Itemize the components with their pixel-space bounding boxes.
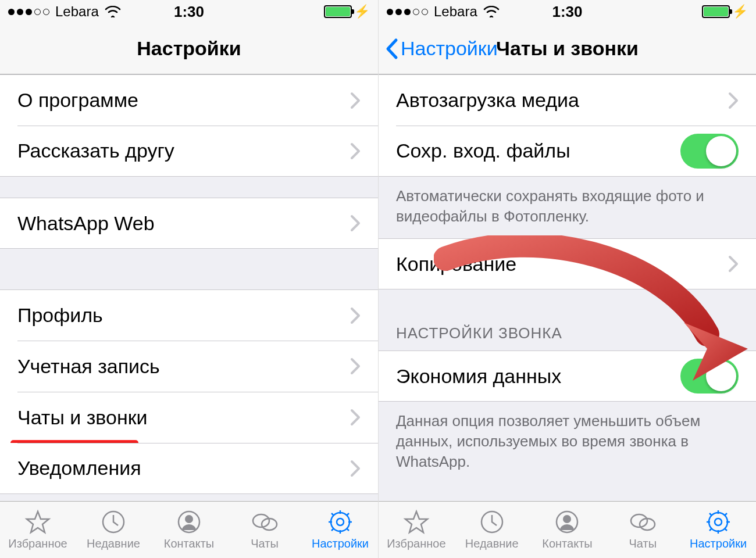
tab-contacts[interactable]: Контакты [530, 502, 605, 558]
tab-favorites[interactable]: Избранное [379, 502, 454, 558]
row-account[interactable]: Учетная запись [0, 341, 378, 392]
navbar: Настройки [0, 23, 378, 74]
svg-line-32 [709, 528, 712, 531]
wifi-icon [483, 6, 500, 17]
tab-chats[interactable]: Чаты [227, 502, 302, 558]
chevron-right-icon [350, 214, 361, 232]
row-low-data[interactable]: Экономия данных [379, 350, 756, 402]
row-about[interactable]: О программе [0, 74, 378, 126]
tab-recents[interactable]: Недавние [454, 502, 530, 558]
row-label: О программе [17, 89, 138, 112]
clock: 1:30 [174, 3, 204, 21]
row-label: Экономия данных [396, 365, 561, 388]
tab-settings[interactable]: Настройки [680, 502, 756, 558]
tab-chats[interactable]: Чаты [605, 502, 680, 558]
chevron-right-icon [350, 409, 361, 426]
row-tell-friend[interactable]: Рассказать другу [0, 126, 378, 177]
tab-contacts[interactable]: Контакты [151, 502, 227, 558]
svg-point-7 [337, 518, 344, 525]
row-auto-download[interactable]: Автозагрузка медиа [379, 74, 756, 126]
row-chats-calls[interactable]: Чаты и звонки [0, 392, 378, 443]
row-label: Чаты и звонки [17, 406, 148, 429]
svg-marker-0 [27, 512, 49, 532]
row-label: Рассказать другу [17, 140, 174, 162]
row-label: Профиль [17, 304, 103, 327]
tab-label: Настройки [312, 537, 369, 550]
footer-low-data: Данная опция позволяет уменьшить объем д… [379, 402, 756, 484]
tab-label: Избранное [387, 537, 445, 550]
status-left: Lebara [8, 3, 121, 20]
tab-label: Недавние [87, 537, 140, 550]
status-bar: Lebara 1:30 ⚡ [379, 0, 756, 23]
wifi-icon [105, 6, 121, 17]
row-label: Автозагрузка медиа [396, 89, 579, 112]
row-save-incoming[interactable]: Сохр. вход. файлы [379, 126, 756, 177]
battery-icon [324, 5, 352, 18]
row-profile[interactable]: Профиль [0, 289, 378, 341]
svg-line-30 [725, 528, 727, 531]
row-label: Сохр. вход. файлы [396, 140, 570, 162]
tab-bar: Избранное Недавние Контакты Чаты Настрой… [0, 501, 378, 558]
chevron-right-icon [350, 357, 361, 375]
settings-list: О программе Рассказать другу WhatsApp We… [0, 74, 378, 501]
tab-bar: Избранное Недавние Контакты Чаты Настрой… [379, 501, 756, 558]
chats-calls-list: Автозагрузка медиа Сохр. вход. файлы Авт… [379, 74, 756, 501]
carrier-label: Lebara [434, 3, 477, 20]
back-button[interactable]: Настройки [384, 37, 498, 60]
charging-icon: ⚡ [354, 4, 370, 19]
tab-label: Чаты [629, 537, 657, 550]
row-whatsapp-web[interactable]: WhatsApp Web [0, 198, 378, 249]
tab-label: Настройки [690, 537, 747, 550]
tab-label: Чаты [251, 537, 279, 550]
svg-point-20 [563, 515, 571, 523]
svg-line-13 [347, 528, 349, 531]
footer-save-incoming: Автоматически сохранять входящие фото и … [379, 177, 756, 238]
tab-settings[interactable]: Настройки [302, 502, 378, 558]
chevron-right-icon [350, 460, 361, 477]
chevron-right-icon [728, 92, 739, 109]
navbar: Настройки Чаты и звонки [379, 23, 756, 74]
signal-dots-icon [8, 9, 49, 15]
svg-line-29 [709, 513, 712, 516]
tab-label: Контакты [542, 537, 592, 550]
status-bar: Lebara 1:30 ⚡ [0, 0, 378, 23]
svg-point-3 [185, 515, 193, 523]
row-label: Учетная запись [17, 355, 160, 378]
status-right: ⚡ [324, 4, 370, 19]
tab-label: Контакты [164, 537, 214, 550]
signal-dots-icon [387, 9, 428, 15]
screen-settings: Lebara 1:30 ⚡ Настройки О программе Расс… [0, 0, 378, 558]
row-backup[interactable]: Копирование [379, 238, 756, 289]
battery-icon [702, 5, 730, 18]
chevron-right-icon [350, 307, 361, 324]
row-notifications[interactable]: Уведомления [0, 443, 378, 494]
tab-label: Избранное [8, 537, 67, 550]
nav-title: Настройки [137, 37, 241, 60]
carrier-label: Lebara [55, 3, 99, 20]
svg-line-15 [331, 528, 334, 531]
row-label: WhatsApp Web [17, 212, 155, 235]
svg-line-12 [331, 513, 334, 516]
status-right: ⚡ [702, 4, 748, 19]
svg-point-24 [715, 518, 722, 525]
screen-chats-calls: Lebara 1:30 ⚡ Настройки Чаты и звонки Ав… [378, 0, 756, 558]
charging-icon: ⚡ [732, 4, 748, 19]
row-label: Уведомления [17, 457, 141, 480]
back-label: Настройки [401, 37, 498, 60]
clock: 1:30 [552, 3, 582, 21]
nav-title: Чаты и звонки [496, 37, 639, 60]
chevron-right-icon [350, 142, 361, 160]
tab-label: Недавние [465, 537, 519, 550]
header-call-settings: НАСТРОЙКИ ЗВОНКА [379, 289, 756, 350]
svg-marker-17 [405, 512, 427, 532]
svg-line-14 [347, 513, 349, 516]
tab-favorites[interactable]: Избранное [0, 502, 76, 558]
status-left: Lebara [387, 3, 500, 20]
toggle-save-incoming[interactable] [680, 134, 739, 169]
tab-recents[interactable]: Недавние [76, 502, 151, 558]
chevron-right-icon [350, 92, 361, 109]
chevron-right-icon [728, 255, 739, 273]
row-label: Копирование [396, 253, 516, 276]
toggle-low-data[interactable] [680, 359, 739, 394]
svg-line-31 [725, 513, 727, 516]
